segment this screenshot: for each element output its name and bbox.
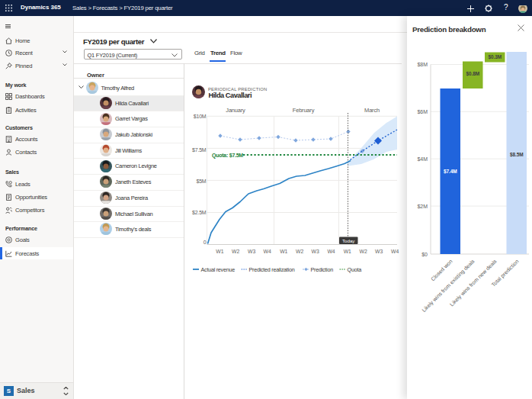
- svg-text:$4M: $4M: [417, 156, 428, 162]
- svg-text:$8.5M: $8.5M: [510, 152, 524, 158]
- svg-text:$0.3M: $0.3M: [488, 54, 502, 60]
- svg-text:Closed won: Closed won: [430, 259, 453, 282]
- svg-text:$6M: $6M: [417, 109, 428, 114]
- svg-text:$0: $0: [421, 252, 428, 257]
- svg-text:$8M: $8M: [417, 62, 428, 67]
- svg-text:$0.8M: $0.8M: [466, 71, 479, 77]
- svg-text:$2M: $2M: [417, 204, 428, 209]
- svg-text:$7.4M: $7.4M: [444, 169, 457, 175]
